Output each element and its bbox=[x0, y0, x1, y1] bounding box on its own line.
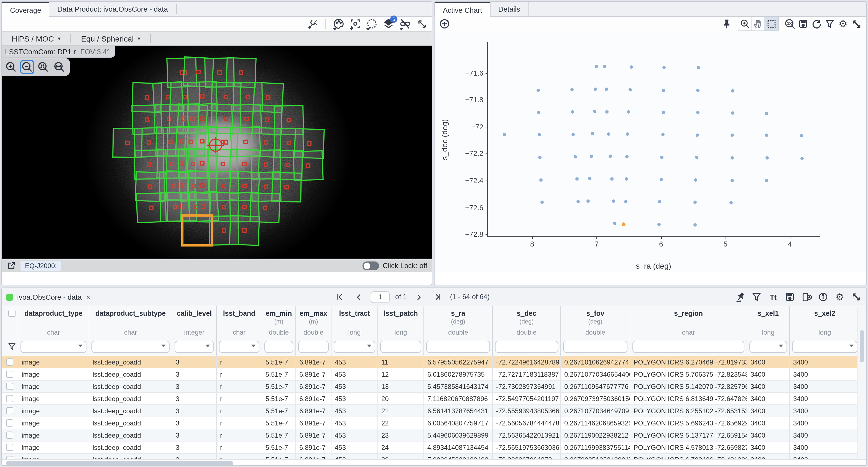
row-checkbox-cell[interactable] bbox=[2, 368, 18, 380]
data-point[interactable] bbox=[765, 134, 769, 137]
data-point[interactable] bbox=[570, 88, 574, 92]
data-point[interactable] bbox=[572, 133, 575, 136]
data-point[interactable] bbox=[730, 179, 734, 182]
data-point[interactable] bbox=[595, 65, 598, 68]
palette-icon[interactable] bbox=[332, 17, 345, 30]
data-point[interactable] bbox=[603, 65, 607, 68]
data-point[interactable] bbox=[659, 178, 663, 181]
expand-icon[interactable] bbox=[415, 17, 429, 30]
table-row[interactable]: imagelsst.deep_coadd3r5.51e-76.891e-7453… bbox=[2, 417, 866, 429]
next-page-icon[interactable] bbox=[412, 290, 426, 304]
row-checkbox-cell[interactable] bbox=[2, 380, 18, 392]
table-row[interactable]: imagelsst.deep_coadd3r5.51e-76.891e-7453… bbox=[2, 454, 866, 459]
zoom-in-icon[interactable] bbox=[4, 60, 18, 74]
data-point[interactable] bbox=[591, 132, 594, 135]
row-checkbox-cell[interactable] bbox=[2, 393, 18, 404]
table-row[interactable]: imagelsst.deep_coadd3r5.51e-76.891e-7453… bbox=[2, 368, 866, 380]
add-column-icon[interactable] bbox=[800, 290, 813, 304]
filter-input-lsst_patch[interactable] bbox=[380, 341, 421, 353]
data-point[interactable] bbox=[660, 156, 663, 159]
filter-input-s_region[interactable] bbox=[632, 341, 744, 353]
data-point[interactable] bbox=[731, 89, 734, 93]
data-point[interactable] bbox=[628, 88, 632, 91]
data-point[interactable] bbox=[540, 201, 544, 204]
checkbox[interactable] bbox=[8, 310, 15, 317]
data-point[interactable] bbox=[625, 155, 628, 159]
scatter-chart[interactable]: 87654−71.6−71.8−72−72.2−72.4−72.6−72.8 s… bbox=[435, 31, 866, 271]
scrollbar-thumb[interactable] bbox=[860, 330, 864, 362]
save-icon[interactable] bbox=[783, 290, 797, 304]
vertical-scrollbar[interactable] bbox=[857, 307, 866, 458]
select-mode-icon[interactable] bbox=[765, 17, 778, 30]
column-header-dataproduct_type[interactable]: dataproduct_typechar bbox=[18, 306, 89, 356]
data-point[interactable] bbox=[630, 65, 633, 69]
data-point[interactable] bbox=[625, 177, 628, 180]
selected-coverage-tile[interactable] bbox=[181, 214, 213, 246]
data-point[interactable] bbox=[696, 89, 700, 92]
data-point[interactable] bbox=[731, 111, 734, 115]
click-lock-toggle[interactable] bbox=[363, 261, 379, 270]
data-point[interactable] bbox=[658, 200, 661, 204]
zoom-fill-icon[interactable] bbox=[52, 60, 66, 74]
add-chart-icon[interactable] bbox=[438, 17, 451, 30]
column-header-lsst_patch[interactable]: lsst_patchlong bbox=[378, 306, 424, 356]
row-checkbox-cell[interactable] bbox=[2, 405, 18, 416]
zoom-1x-icon[interactable]: 1X bbox=[783, 17, 797, 30]
close-icon[interactable]: × bbox=[86, 293, 90, 301]
tools-icon[interactable] bbox=[306, 17, 319, 30]
data-point[interactable] bbox=[503, 133, 506, 136]
data-point[interactable] bbox=[576, 177, 579, 180]
filter-icon[interactable] bbox=[750, 290, 763, 304]
data-point[interactable] bbox=[627, 110, 630, 113]
gear-icon[interactable]: ⚙ bbox=[833, 290, 846, 304]
checkbox[interactable] bbox=[6, 432, 13, 439]
data-point[interactable] bbox=[613, 222, 616, 225]
filter-input-calib_level[interactable] bbox=[175, 341, 214, 353]
checkbox[interactable] bbox=[6, 456, 13, 459]
tab-data-product[interactable]: Data Product: ivoa.ObsCore - data bbox=[50, 2, 176, 16]
coverage-tile[interactable] bbox=[229, 215, 260, 246]
pin-table-icon[interactable] bbox=[733, 290, 747, 304]
filter-input-em_min[interactable] bbox=[265, 341, 293, 353]
data-point[interactable] bbox=[539, 178, 543, 181]
select-circle-icon[interactable] bbox=[365, 17, 379, 30]
tab-coverage[interactable]: Coverage bbox=[2, 2, 50, 16]
data-point[interactable] bbox=[611, 177, 614, 180]
pan-mode-icon[interactable] bbox=[752, 17, 765, 30]
expand-icon[interactable] bbox=[850, 290, 863, 304]
row-checkbox-cell[interactable] bbox=[2, 417, 18, 429]
data-point[interactable] bbox=[626, 132, 629, 136]
data-point[interactable] bbox=[695, 156, 698, 159]
checkbox[interactable] bbox=[6, 371, 13, 378]
column-header-lsst_tract[interactable]: lsst_tractlong bbox=[332, 306, 378, 356]
data-point[interactable] bbox=[696, 111, 700, 114]
zoom-mode-icon[interactable] bbox=[738, 17, 752, 30]
column-header-s_xel2[interactable]: s_xel2long bbox=[790, 306, 860, 356]
data-point[interactable] bbox=[695, 133, 699, 137]
column-header-dataproduct_subtype[interactable]: dataproduct_subtypechar bbox=[89, 306, 173, 356]
filter-input-dataproduct_type[interactable] bbox=[21, 341, 87, 353]
row-checkbox-cell[interactable] bbox=[2, 356, 18, 368]
data-point[interactable] bbox=[605, 110, 609, 113]
data-point[interactable] bbox=[662, 110, 665, 114]
column-header-s_fov[interactable]: s_fov(deg)double bbox=[561, 306, 630, 356]
data-point[interactable] bbox=[538, 156, 541, 159]
data-point[interactable] bbox=[801, 157, 804, 160]
scrollbar-thumb[interactable] bbox=[6, 461, 234, 466]
filter-input-dataproduct_subtype[interactable] bbox=[91, 341, 169, 353]
data-point[interactable] bbox=[765, 112, 769, 115]
data-point[interactable] bbox=[730, 201, 733, 204]
selected-data-point[interactable] bbox=[622, 223, 625, 226]
unlink-icon[interactable] bbox=[399, 17, 412, 30]
data-point[interactable] bbox=[574, 155, 577, 159]
zoom-fit-icon[interactable] bbox=[36, 60, 51, 74]
data-point[interactable] bbox=[661, 133, 664, 136]
column-header-s_xel1[interactable]: s_xel1long bbox=[747, 306, 790, 356]
column-header-calib_level[interactable]: calib_levelinteger bbox=[173, 306, 217, 356]
checkbox[interactable] bbox=[6, 444, 13, 451]
sky-coverage-map[interactable]: LSSTComCam: DP1 r FOV:3.4° bbox=[2, 46, 432, 258]
data-point[interactable] bbox=[765, 179, 769, 182]
data-point[interactable] bbox=[612, 199, 615, 203]
data-point[interactable] bbox=[662, 88, 665, 92]
data-point[interactable] bbox=[590, 155, 593, 158]
